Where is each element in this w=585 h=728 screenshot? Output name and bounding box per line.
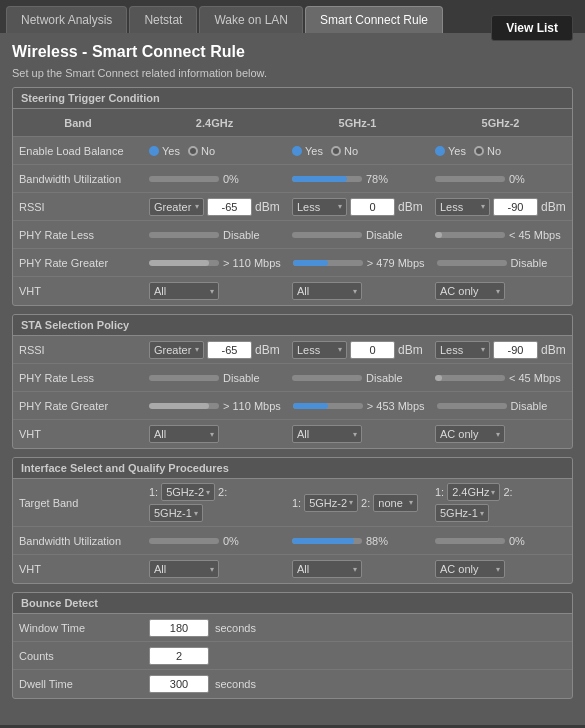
iface-col3-sel1[interactable]: 2.4GHz▾ bbox=[447, 483, 500, 501]
sta-vht-col3-select[interactable]: AC only▾ bbox=[435, 425, 505, 443]
tab-smart-connect-rule[interactable]: Smart Connect Rule bbox=[305, 6, 443, 33]
iface-col3-sel2[interactable]: 5GHz-1▾ bbox=[435, 504, 489, 522]
tab-network-analysis[interactable]: Network Analysis bbox=[6, 6, 127, 33]
bw-label: Bandwidth Utilization bbox=[13, 169, 143, 189]
phy-greater-col1-wrap: > 110 Mbps bbox=[149, 257, 281, 269]
bw-col1-track[interactable] bbox=[149, 176, 219, 182]
bw-col1: 0% bbox=[143, 169, 286, 189]
rssi-col2-op-select[interactable]: Less▾ bbox=[292, 198, 347, 216]
rssi-label: RSSI bbox=[13, 197, 143, 217]
phy-less-col3: < 45 Mbps bbox=[429, 225, 572, 245]
tab-netstat[interactable]: Netstat bbox=[129, 6, 197, 33]
sta-rssi-col3-op[interactable]: Less▾ bbox=[435, 341, 490, 359]
lb-col2-yes[interactable]: Yes bbox=[292, 145, 323, 157]
lb-col3-no[interactable]: No bbox=[474, 145, 501, 157]
steering-vht-col3-select[interactable]: AC only▾ bbox=[435, 282, 505, 300]
steering-vht-col1-select[interactable]: All▾ bbox=[149, 282, 219, 300]
lb-col1-no[interactable]: No bbox=[188, 145, 215, 157]
rssi-col1-value-input[interactable] bbox=[207, 198, 252, 216]
phy-less-col1-wrap: Disable bbox=[149, 229, 280, 241]
sta-rssi-col1-input[interactable] bbox=[207, 341, 252, 359]
sta-phy-greater-col3-track[interactable] bbox=[437, 403, 507, 409]
bw-col2-track[interactable] bbox=[292, 176, 362, 182]
sta-phy-greater-col2-track[interactable] bbox=[293, 403, 363, 409]
sta-phy-greater-col3: Disable bbox=[431, 396, 572, 416]
iface-col2-sel2[interactable]: none▾ bbox=[373, 494, 418, 512]
counts-row: Counts bbox=[13, 642, 572, 670]
sta-rssi-col1-op[interactable]: Greater▾ bbox=[149, 341, 204, 359]
bw-col3-track[interactable] bbox=[435, 176, 505, 182]
iface-target-col2: 1: 5GHz-2▾ 2: none▾ bbox=[286, 490, 429, 516]
iface-vht-col2-select[interactable]: All▾ bbox=[292, 560, 362, 578]
lb-col3: Yes No bbox=[429, 141, 572, 161]
sta-phy-less-col1: Disable bbox=[143, 368, 286, 388]
iface-col1-sel1[interactable]: 5GHz-2▾ bbox=[161, 483, 215, 501]
sta-phy-less-col1-track[interactable] bbox=[149, 375, 219, 381]
phy-less-col2: Disable bbox=[286, 225, 429, 245]
rssi-col1-group: Greater▾ dBm bbox=[149, 198, 280, 216]
phy-greater-col3-wrap: Disable bbox=[437, 257, 566, 269]
iface-bw-col2-track[interactable] bbox=[292, 538, 362, 544]
sta-selection-section: STA Selection Policy RSSI Greater▾ dBm L… bbox=[12, 314, 573, 449]
iface-vht-col3-select[interactable]: AC only▾ bbox=[435, 560, 505, 578]
iface-vht-col1-select[interactable]: All▾ bbox=[149, 560, 219, 578]
steering-rssi-row: RSSI Greater▾ dBm Less▾ dBm Less▾ bbox=[13, 193, 572, 221]
interface-select-header: Interface Select and Qualify Procedures bbox=[13, 458, 572, 479]
sta-rssi-label: RSSI bbox=[13, 340, 143, 360]
rssi-col3-value-input[interactable] bbox=[493, 198, 538, 216]
phy-less-col3-wrap: < 45 Mbps bbox=[435, 229, 566, 241]
phy-less-col3-track[interactable] bbox=[435, 232, 505, 238]
dwell-time-value-wrap: seconds bbox=[143, 671, 572, 697]
iface-bw-col3-track[interactable] bbox=[435, 538, 505, 544]
tab-wake-on-lan[interactable]: Wake on LAN bbox=[199, 6, 303, 33]
sta-vht-col2-select[interactable]: All▾ bbox=[292, 425, 362, 443]
phy-less-col2-track[interactable] bbox=[292, 232, 362, 238]
phy-less-col1-track[interactable] bbox=[149, 232, 219, 238]
phy-less-col3-value: < 45 Mbps bbox=[509, 229, 561, 241]
sta-phy-less-col2-track[interactable] bbox=[292, 375, 362, 381]
iface-bw-col1-track[interactable] bbox=[149, 538, 219, 544]
steering-vht-col2-select[interactable]: All▾ bbox=[292, 282, 362, 300]
sta-phy-less-col3: < 45 Mbps bbox=[429, 368, 572, 388]
window-time-input[interactable] bbox=[149, 619, 209, 637]
steering-phy-less-row: PHY Rate Less Disable Disable < 45 Mbps bbox=[13, 221, 572, 249]
iface-col1-sel2[interactable]: 5GHz-1▾ bbox=[149, 504, 203, 522]
view-list-button[interactable]: View List bbox=[491, 15, 573, 41]
phy-greater-col3: Disable bbox=[431, 253, 572, 273]
phy-greater-col1-track[interactable] bbox=[149, 260, 219, 266]
vht-col1-cell: All▾ bbox=[143, 278, 286, 304]
sta-phy-greater-label: PHY Rate Greater bbox=[13, 396, 143, 416]
dwell-time-row: Dwell Time seconds bbox=[13, 670, 572, 698]
sta-phy-less-col3-track[interactable] bbox=[435, 375, 505, 381]
phy-greater-col2: > 479 Mbps bbox=[287, 253, 431, 273]
dwell-time-input[interactable] bbox=[149, 675, 209, 693]
sta-phy-less-row: PHY Rate Less Disable Disable < 45 Mbps bbox=[13, 364, 572, 392]
phy-greater-col3-value: Disable bbox=[511, 257, 548, 269]
sta-vht-col1-select[interactable]: All▾ bbox=[149, 425, 219, 443]
rssi-col3-op-select[interactable]: Less▾ bbox=[435, 198, 490, 216]
phy-less-col2-value: Disable bbox=[366, 229, 403, 241]
counts-input[interactable] bbox=[149, 647, 209, 665]
bw-col2: 78% bbox=[286, 169, 429, 189]
load-balance-label: Enable Load Balance bbox=[13, 141, 143, 161]
iface-col2-sel1[interactable]: 5GHz-2▾ bbox=[304, 494, 358, 512]
phy-greater-col2-track[interactable] bbox=[293, 260, 363, 266]
rssi-col2-value-input[interactable] bbox=[350, 198, 395, 216]
lb-col2-no[interactable]: No bbox=[331, 145, 358, 157]
interface-select-section: Interface Select and Qualify Procedures … bbox=[12, 457, 573, 584]
lb-col2-no-dot bbox=[331, 146, 341, 156]
sta-phy-greater-col1-track[interactable] bbox=[149, 403, 219, 409]
phy-greater-col3-track[interactable] bbox=[437, 260, 507, 266]
sta-rssi-col3-input[interactable] bbox=[493, 341, 538, 359]
phy-less-col2-wrap: Disable bbox=[292, 229, 423, 241]
lb-col3-yes[interactable]: Yes bbox=[435, 145, 466, 157]
iface-target-band-label: Target Band bbox=[13, 493, 143, 513]
phy-greater-col1-value: > 110 Mbps bbox=[223, 257, 281, 269]
lb-col1-yes[interactable]: Yes bbox=[149, 145, 180, 157]
window-time-value-wrap: seconds bbox=[143, 615, 572, 641]
phy-greater-col1: > 110 Mbps bbox=[143, 253, 287, 273]
sta-rssi-col2-input[interactable] bbox=[350, 341, 395, 359]
lb-col1-yes-dot bbox=[149, 146, 159, 156]
sta-rssi-col2-op[interactable]: Less▾ bbox=[292, 341, 347, 359]
rssi-col1-op-select[interactable]: Greater▾ bbox=[149, 198, 204, 216]
